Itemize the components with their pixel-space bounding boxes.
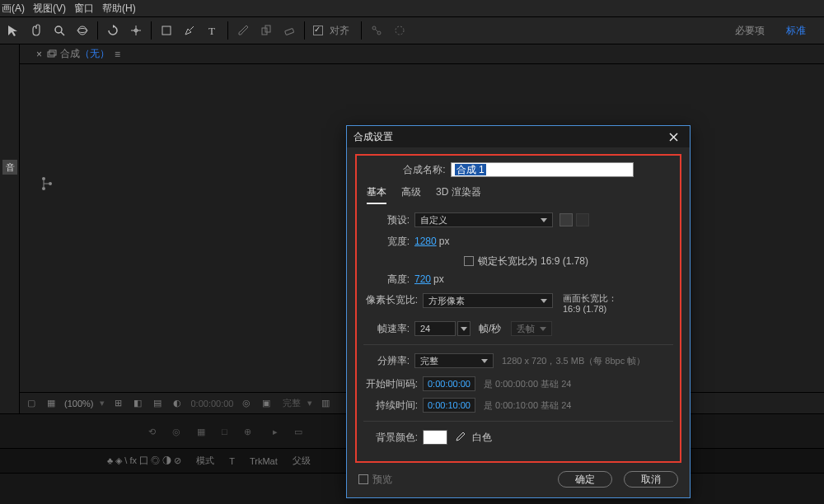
svg-line-8 [190,26,194,30]
tab-advanced[interactable]: 高级 [401,185,421,204]
res-label: 分辨率: [363,354,414,368]
svg-point-3 [77,29,87,33]
dialog-title-text: 合成设置 [353,130,393,144]
menu-window[interactable]: 窗口 [74,2,94,16]
guides-icon[interactable]: ▤ [151,397,164,410]
close-icon[interactable] [663,127,683,147]
text-tool-icon[interactable]: T [203,21,222,40]
col-parent[interactable]: 父级 [293,455,311,467]
frame-aspect-value: 16:9 (1.78) [563,304,617,315]
zoom-tool-icon[interactable] [49,21,69,40]
comp-tab-prefix: 合成 [60,47,80,61]
lock-aspect-label: 锁定长宽比为 [478,254,537,268]
preset-dropdown[interactable]: 自定义 [414,212,553,227]
tl-ico-6[interactable]: ▭ [294,427,302,437]
start-label: 开始时间码: [363,377,423,391]
composition-settings-dialog: 合成设置 合成名称: 合成 1 基本 高级 3D 渲染器 预设: 自定义 [346,125,691,498]
eyedropper-icon[interactable] [452,430,467,445]
tab-basic[interactable]: 基本 [367,185,386,204]
tl-ico-5[interactable]: ⊕ [244,427,251,437]
preview-toggle[interactable]: 预览 [358,473,392,487]
dur-label: 持续时间: [363,399,423,413]
fps-drop-dropdown: 丢帧 [511,321,552,336]
col-mode[interactable]: 模式 [196,455,214,467]
clone-tool-icon[interactable] [256,21,276,40]
puppet-tool-icon[interactable] [367,21,386,40]
camera-icon[interactable]: ▣ [260,397,273,410]
bg-color-swatch[interactable] [423,430,447,445]
res-icon[interactable]: ⊞ [111,397,124,410]
svg-point-0 [55,26,62,33]
view-layout-icon[interactable]: ▥ [319,397,332,410]
shape-tool-icon[interactable] [157,21,176,40]
preset-label: 预设: [363,213,414,227]
fps-unit: 帧/秒 [479,322,501,336]
ok-button[interactable]: 确定 [558,471,612,488]
tl-ico-4[interactable]: □ [222,427,227,436]
preview-checkbox-icon [358,474,368,484]
col-trkmat[interactable]: TrkMat [250,456,278,466]
alpha-icon[interactable]: ▦ [44,397,58,410]
height-value[interactable]: 720 [414,273,431,285]
par-dropdown[interactable]: 方形像素 [423,293,553,308]
res-dropdown[interactable]: 完整 [414,353,494,368]
frame-aspect-block: 画面长宽比： 16:9 (1.78) [563,293,617,315]
delete-preset-icon[interactable] [576,213,589,226]
comp-name-value: 合成 1 [455,164,486,175]
comp-name-input[interactable]: 合成 1 [451,162,634,177]
brush-tool-icon[interactable] [233,21,253,40]
eraser-tool-icon[interactable] [279,21,299,40]
start-timecode-input[interactable]: 0:00:00:00 [423,376,475,391]
anchor-tool-icon[interactable] [126,21,146,40]
zoom-level[interactable]: (100%) [64,399,93,408]
cancel-button[interactable]: 取消 [624,471,678,488]
height-unit: px [433,273,444,285]
lock-aspect-checkbox[interactable] [464,256,474,266]
height-label: 高度: [363,273,414,287]
roto-tool-icon[interactable] [390,21,410,40]
exposure-icon[interactable]: ◐ [171,397,184,410]
footer-timecode[interactable]: 0:00:00:00 [190,399,233,408]
pen-tool-icon[interactable] [180,21,199,40]
snap-checkbox-icon [313,26,323,35]
dialog-titlebar[interactable]: 合成设置 [347,126,690,147]
tab-renderer[interactable]: 3D 渲染器 [436,185,481,204]
flow-icon [41,176,53,191]
footer-quality[interactable]: 完整 [283,397,301,409]
dialog-tabs: 基本 高级 3D 渲染器 [363,185,673,204]
orbit-tool-icon[interactable] [73,21,92,40]
snap-toggle[interactable]: 对齐 [313,24,349,38]
left-dock: 音 [0,44,20,413]
menu-help[interactable]: 帮助(H) [102,2,136,16]
tl-ico-2[interactable]: ◎ [172,427,180,437]
fps-label: 帧速率: [363,322,414,336]
col-switches: ♣ ◈ \ fx 囗 ◎ ◑ ⊘ [107,455,181,467]
audio-panel-tab[interactable]: 音 [2,160,17,175]
tl-ico-1[interactable]: ⟲ [148,427,156,437]
tl-ico-3[interactable]: ▦ [197,427,205,437]
selection-tool-icon[interactable] [3,21,23,40]
comp-name-label: 合成名称: [403,163,450,177]
save-preset-icon[interactable] [559,213,573,226]
channel-icon[interactable]: ◧ [131,397,144,410]
fps-stepper[interactable] [457,321,471,336]
close-tab-icon[interactable]: × [36,49,42,60]
duration-input[interactable]: 0:00:10:00 [423,398,475,413]
preset-value: 自定义 [420,214,447,226]
panel-menu-icon[interactable]: ≡ [115,49,120,60]
hand-tool-icon[interactable] [26,21,46,40]
workspace-essentials[interactable]: 必要项 [735,24,765,38]
width-value[interactable]: 1280 [414,236,437,247]
mask-mode-icon[interactable]: ▢ [25,397,38,410]
menu-view[interactable]: 视图(V) [33,2,66,16]
svg-rect-18 [49,50,56,55]
fps-drop-value: 丢帧 [517,323,535,335]
workspace-standard[interactable]: 标准 [786,24,806,38]
menu-anim[interactable]: 画(A) [2,2,25,16]
snapshot-icon[interactable]: ◎ [240,397,253,410]
bg-label: 背景颜色: [363,431,423,445]
annotation-frame: 合成名称: 合成 1 基本 高级 3D 渲染器 预设: 自定义 [355,154,681,463]
fps-input[interactable]: 24 [414,321,456,336]
res-info: 1280 x 720，3.5 MB（每 8bpc 帧） [502,355,645,367]
rotate-tool-icon[interactable] [103,21,123,40]
